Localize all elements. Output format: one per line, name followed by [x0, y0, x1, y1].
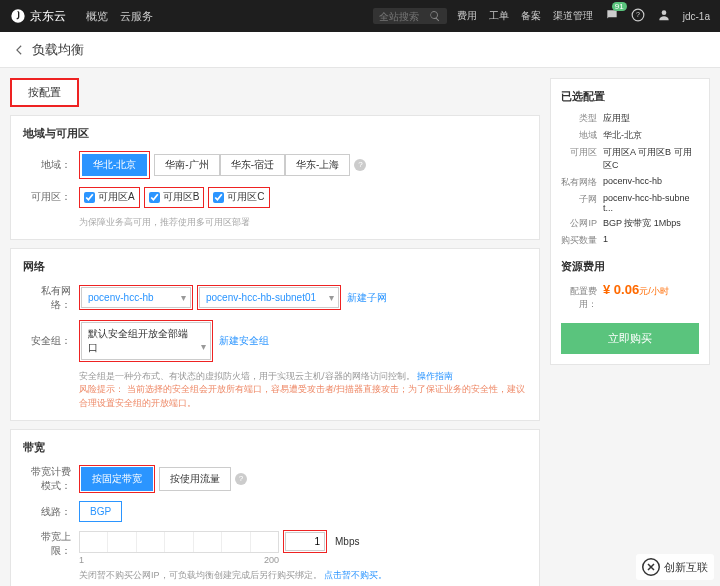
network-section: 网络 私有网络： pocenv-hcc-hb pocenv-hcc-hb-sub… — [10, 248, 540, 422]
region-info-icon[interactable]: ? — [354, 159, 366, 171]
nav-backup[interactable]: 备案 — [521, 9, 541, 23]
back-icon[interactable] — [12, 43, 26, 57]
cap-label: 带宽上限： — [23, 530, 79, 558]
watermark-icon — [642, 558, 660, 576]
zone-c[interactable]: 可用区C — [213, 190, 264, 204]
nav-overview[interactable]: 概览 — [86, 9, 108, 24]
zone-b-checkbox[interactable] — [149, 192, 160, 203]
nav-help[interactable]: ? — [631, 8, 645, 24]
search-icon — [429, 10, 441, 22]
bandwidth-input-highlight — [283, 530, 327, 553]
tabs: 按配置 — [10, 78, 540, 107]
vpc-highlight: pocenv-hcc-hb — [79, 285, 193, 310]
nav-services[interactable]: 云服务 — [120, 9, 153, 24]
summary-panel: 已选配置 类型应用型 地域华北-北京 可用区可用区A 可用区B 可用区C 私有网… — [550, 78, 710, 365]
bw-no-buy-link[interactable]: 点击暂不购买。 — [324, 570, 387, 580]
zone-c-box: 可用区C — [208, 187, 269, 208]
line-label: 线路： — [23, 505, 79, 519]
sg-warning: 风险提示： 当前选择的安全组会开放所有端口，容易遭受攻击者/扫描器直接攻击；为了… — [79, 383, 527, 410]
buy-button[interactable]: 立即购买 — [561, 323, 699, 354]
bw-min: 1 — [79, 555, 84, 565]
zone-b[interactable]: 可用区B — [149, 190, 200, 204]
jdcloud-logo-icon — [10, 8, 26, 24]
cost-title: 资源费用 — [561, 259, 699, 274]
zone-label: 可用区： — [23, 190, 79, 204]
nav-message[interactable]: 91 — [605, 8, 619, 24]
search-input[interactable] — [379, 11, 429, 22]
vpc-select[interactable]: pocenv-hcc-hb — [81, 287, 191, 308]
nav-user[interactable] — [657, 8, 671, 24]
zone-hint: 为保障业务高可用，推荐使用多可用区部署 — [79, 216, 527, 229]
search-box[interactable] — [373, 8, 447, 24]
page-title-bar: 负载均衡 — [0, 32, 720, 68]
logo[interactable]: 京东云 — [10, 8, 66, 25]
billing-usage-button[interactable]: 按使用流量 — [159, 467, 231, 491]
subnet-highlight: pocenv-hcc-hb-subnet01 — [197, 285, 341, 310]
bw-hint: 关闭暂不购买公网IP，可负载均衡创建完成后另行购买绑定。 点击暂不购买。 — [79, 569, 387, 582]
nav-cost[interactable]: 费用 — [457, 9, 477, 23]
top-header: 京东云 概览 云服务 费用 工单 备案 渠道管理 91 ? jdc-1a — [0, 0, 720, 32]
billing-label: 带宽计费模式： — [23, 465, 79, 493]
price: ¥ 0.06元/小时 — [603, 282, 669, 297]
region-suqian[interactable]: 华东-宿迁 — [220, 154, 285, 176]
zone-a-box: 可用区A — [79, 187, 140, 208]
zone-a[interactable]: 可用区A — [84, 190, 135, 204]
bandwidth-input[interactable] — [285, 532, 325, 551]
region-shanghai[interactable]: 华东-上海 — [285, 154, 350, 176]
region-highlight-box: 华北-北京 — [79, 151, 150, 179]
new-subnet-link[interactable]: 新建子网 — [347, 291, 387, 305]
region-section: 地域与可用区 地域： 华北-北京 华南-广州 华东-宿迁 华东-上海 ? 可用区… — [10, 115, 540, 240]
nav-order[interactable]: 工单 — [489, 9, 509, 23]
sg-hint: 安全组是一种分布式、有状态的虚拟防火墙，用于实现云主机/容器的网络访问控制。 操… — [79, 370, 527, 384]
subnet-select[interactable]: pocenv-hcc-hb-subnet01 — [199, 287, 339, 308]
logo-text: 京东云 — [30, 8, 66, 25]
zone-a-checkbox[interactable] — [84, 192, 95, 203]
watermark: 创新互联 — [636, 554, 714, 580]
help-icon: ? — [631, 8, 645, 22]
user-icon — [657, 8, 671, 22]
nav-username[interactable]: jdc-1a — [683, 11, 710, 22]
sg-highlight: 默认安全组开放全部端口 — [79, 320, 213, 362]
bandwidth-section: 带宽 带宽计费模式： 按固定带宽 按使用流量 ? 线路： BGP 带宽上限： — [10, 429, 540, 586]
region-beijing[interactable]: 华北-北京 — [82, 154, 147, 176]
region-label: 地域： — [23, 158, 79, 172]
nav-channel[interactable]: 渠道管理 — [553, 9, 593, 23]
bandwidth-title: 带宽 — [23, 440, 527, 455]
billing-highlight: 按固定带宽 — [79, 465, 155, 493]
top-right-nav: 费用 工单 备案 渠道管理 91 ? jdc-1a — [457, 8, 710, 24]
svg-point-2 — [661, 10, 666, 15]
region-title: 地域与可用区 — [23, 126, 527, 141]
billing-info-icon[interactable]: ? — [235, 473, 247, 485]
top-nav: 概览 云服务 — [86, 9, 153, 24]
zone-b-box: 可用区B — [144, 187, 205, 208]
billing-fixed-button[interactable]: 按固定带宽 — [81, 467, 153, 491]
network-title: 网络 — [23, 259, 527, 274]
region-guangzhou[interactable]: 华南-广州 — [154, 154, 219, 176]
sg-select[interactable]: 默认安全组开放全部端口 — [81, 322, 211, 360]
message-badge: 91 — [612, 2, 627, 11]
vpc-label: 私有网络： — [23, 284, 79, 312]
svg-text:?: ? — [636, 11, 640, 18]
bw-max: 200 — [264, 555, 279, 565]
sg-label: 安全组： — [23, 334, 79, 348]
bandwidth-slider[interactable] — [79, 531, 279, 553]
page-title: 负载均衡 — [32, 41, 84, 59]
new-sg-link[interactable]: 新建安全组 — [219, 334, 269, 348]
line-bgp[interactable]: BGP — [79, 501, 122, 522]
zone-c-checkbox[interactable] — [213, 192, 224, 203]
bandwidth-unit: Mbps — [335, 536, 359, 547]
tab-by-config[interactable]: 按配置 — [10, 78, 79, 107]
sg-manual-link[interactable]: 操作指南 — [417, 371, 453, 381]
summary-title: 已选配置 — [561, 89, 699, 104]
